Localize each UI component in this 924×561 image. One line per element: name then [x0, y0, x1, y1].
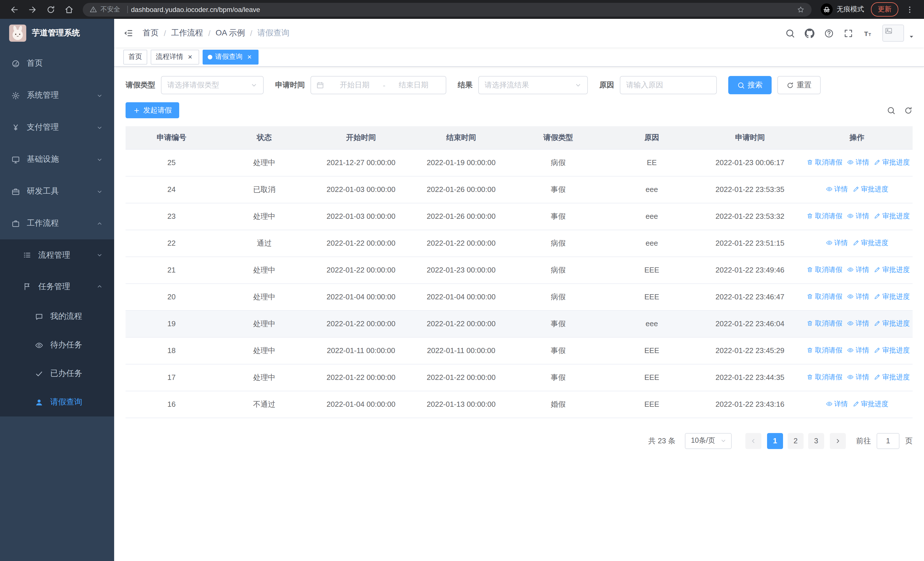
tab-leave-query[interactable]: 请假查询×	[202, 50, 258, 64]
action-label: 审批进度	[861, 185, 888, 194]
security-label[interactable]: 不安全	[100, 5, 120, 14]
action-detail[interactable]: 详情	[847, 373, 869, 382]
action-detail[interactable]: 详情	[847, 265, 869, 275]
sidebar-item-system[interactable]: 系统管理	[0, 80, 114, 111]
action-progress[interactable]: 审批进度	[874, 319, 910, 328]
action-cancel[interactable]: 取消请假	[806, 265, 842, 275]
reset-button[interactable]: 重置	[777, 76, 821, 94]
table-row[interactable]: 23处理中2022-01-03 00:00:002022-01-26 00:00…	[126, 203, 913, 230]
browser-home-icon[interactable]	[64, 5, 74, 14]
sidebar-item-home[interactable]: 首页	[0, 47, 114, 80]
action-progress[interactable]: 审批进度	[874, 265, 910, 275]
breadcrumb-item[interactable]: 首页	[142, 28, 159, 38]
page-button-3[interactable]: 3	[808, 433, 824, 449]
table-row[interactable]: 19处理中2022-01-22 00:00:002022-01-22 00:00…	[126, 310, 913, 337]
action-detail[interactable]: 详情	[825, 185, 848, 194]
sidebar-item-devtools[interactable]: 研发工具	[0, 175, 114, 208]
briefcase-icon	[11, 219, 20, 228]
action-cancel[interactable]: 取消请假	[806, 373, 842, 382]
header-search-icon[interactable]	[785, 28, 795, 38]
help-icon[interactable]	[824, 28, 834, 38]
action-progress[interactable]: 审批进度	[874, 211, 910, 221]
next-page-button[interactable]	[830, 433, 846, 449]
page-size-select[interactable]: 10条/页	[685, 433, 732, 449]
toolbox-icon	[11, 187, 20, 196]
bookmark-star-icon[interactable]	[797, 5, 805, 14]
table-row[interactable]: 22通过2022-01-22 00:00:002022-01-22 00:00:…	[126, 230, 913, 257]
sidebar-collapse-icon[interactable]	[123, 28, 134, 38]
sidebar-item-todo-tasks[interactable]: 待办任务	[0, 331, 114, 359]
table-row[interactable]: 16不通过2022-01-04 00:00:002022-01-13 00:00…	[126, 391, 913, 418]
page-button-2[interactable]: 2	[788, 433, 804, 449]
sidebar-item-payment[interactable]: 支付管理	[0, 111, 114, 143]
action-cancel[interactable]: 取消请假	[806, 158, 842, 167]
breadcrumb-item[interactable]: 工作流程	[171, 28, 203, 38]
prev-page-button[interactable]	[746, 433, 761, 449]
table-row[interactable]: 17处理中2022-01-22 00:00:002022-01-22 00:00…	[126, 364, 913, 391]
toggle-search-icon[interactable]	[887, 106, 896, 114]
chevron-right-icon	[834, 437, 841, 444]
apply-time-range-picker[interactable]: 开始日期 - 结束日期	[310, 76, 446, 94]
goto-page-input[interactable]	[877, 433, 900, 449]
tab-process-detail[interactable]: 流程详情×	[151, 50, 199, 64]
cell-start-time: 2022-01-22 00:00:00	[311, 310, 411, 337]
table-row[interactable]: 21处理中2022-01-22 00:00:002022-01-23 00:00…	[126, 257, 913, 283]
action-detail[interactable]: 详情	[847, 158, 869, 167]
action-progress[interactable]: 审批进度	[874, 158, 910, 167]
action-cancel[interactable]: 取消请假	[806, 319, 842, 328]
leave-type-select[interactable]: 请选择请假类型	[161, 76, 264, 94]
sidebar-item-my-process[interactable]: 我的流程	[0, 302, 114, 331]
calendar-icon	[316, 81, 324, 89]
action-cancel[interactable]: 取消请假	[806, 346, 842, 355]
avatar[interactable]	[882, 24, 904, 42]
action-detail[interactable]: 详情	[847, 319, 869, 328]
action-progress[interactable]: 审批进度	[874, 292, 910, 302]
browser-menu-icon[interactable]	[905, 5, 914, 14]
action-progress[interactable]: 审批进度	[852, 185, 888, 194]
sidebar-item-done-tasks[interactable]: 已办任务	[0, 359, 114, 388]
action-progress[interactable]: 审批进度	[852, 399, 888, 409]
table-row[interactable]: 24已取消2022-01-03 00:00:002022-01-26 00:00…	[126, 176, 913, 203]
url-text[interactable]: dashboard.yudao.iocoder.cn/bpm/oa/leave	[131, 5, 792, 14]
breadcrumb-item[interactable]: OA 示例	[216, 28, 245, 38]
browser-forward-icon[interactable]	[28, 5, 37, 14]
action-progress[interactable]: 审批进度	[852, 238, 888, 248]
action-detail[interactable]: 详情	[825, 399, 848, 409]
browser-chrome: 不安全 dashboard.yudao.iocoder.cn/bpm/oa/le…	[0, 0, 924, 19]
table-row[interactable]: 25处理中2021-12-27 00:00:002022-01-19 00:00…	[126, 149, 913, 176]
action-progress[interactable]: 审批进度	[874, 346, 910, 355]
tab-home[interactable]: 首页	[123, 50, 147, 64]
action-detail[interactable]: 详情	[847, 292, 869, 302]
tab-close-icon[interactable]: ×	[186, 53, 194, 61]
reason-input[interactable]: 请输入原因	[620, 76, 717, 94]
address-bar[interactable]: 不安全 dashboard.yudao.iocoder.cn/bpm/oa/le…	[83, 3, 812, 16]
sidebar-item-infra[interactable]: 基础设施	[0, 143, 114, 175]
table-refresh-icon[interactable]	[904, 106, 913, 114]
table-row[interactable]: 18处理中2022-01-11 00:00:002022-01-11 00:00…	[126, 337, 913, 364]
sidebar-item-workflow[interactable]: 工作流程	[0, 208, 114, 239]
update-button[interactable]: 更新	[871, 2, 898, 17]
action-detail[interactable]: 详情	[847, 211, 869, 221]
action-cancel[interactable]: 取消请假	[806, 211, 842, 221]
page-button-1[interactable]: 1	[767, 433, 783, 449]
cell-id: 17	[126, 364, 218, 391]
sidebar-item-leave-query[interactable]: 请假查询	[0, 388, 114, 417]
tab-close-icon[interactable]: ×	[245, 53, 254, 61]
sidebar-item-task-mgmt[interactable]: 任务管理	[0, 271, 114, 302]
search-button[interactable]: 搜索	[728, 76, 772, 94]
fullscreen-icon[interactable]	[843, 28, 853, 38]
create-leave-button[interactable]: 发起请假	[126, 102, 179, 118]
browser-back-icon[interactable]	[10, 5, 19, 14]
browser-reload-icon[interactable]	[46, 5, 56, 14]
avatar-caret-icon[interactable]	[908, 33, 915, 40]
action-detail[interactable]: 详情	[847, 346, 869, 355]
action-progress[interactable]: 审批进度	[874, 373, 910, 382]
app-logo-row[interactable]: 芋道管理系统	[0, 19, 114, 47]
result-select[interactable]: 请选择流结果	[478, 76, 588, 94]
table-row[interactable]: 20处理中2022-01-04 00:00:002022-01-04 00:00…	[126, 283, 913, 310]
action-cancel[interactable]: 取消请假	[806, 292, 842, 302]
action-detail[interactable]: 详情	[825, 238, 848, 248]
sidebar-item-process-mgmt[interactable]: 流程管理	[0, 239, 114, 271]
github-icon[interactable]	[805, 28, 814, 38]
font-size-icon[interactable]: TT	[863, 28, 873, 38]
